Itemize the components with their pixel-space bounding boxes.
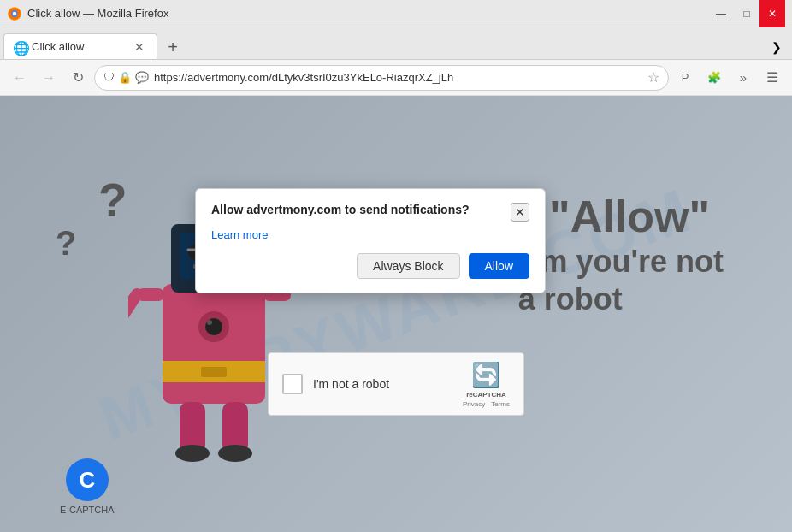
allow-button[interactable]: Allow	[469, 253, 529, 279]
tab-list-button[interactable]: ❯	[765, 35, 789, 59]
recaptcha-checkbox[interactable]	[282, 374, 303, 394]
close-button[interactable]: ✕	[759, 0, 785, 27]
url-security-icons: 🛡 🔒 💬	[103, 71, 149, 84]
svg-point-24	[218, 445, 252, 462]
svg-rect-3	[163, 284, 265, 404]
page-content: MY SPYWARE.COM ? ?	[0, 96, 792, 532]
ecaptcha-logo-icon: C	[66, 458, 109, 501]
always-block-button[interactable]: Always Block	[357, 253, 459, 279]
question-mark-1: ?	[98, 173, 127, 228]
refresh-button[interactable]: ↻	[65, 65, 91, 91]
recaptcha-logo-icon: 🔄	[471, 361, 501, 389]
firefox-logo-icon	[7, 6, 22, 21]
dialog-header: Allow advertmony.com to send notificatio…	[211, 203, 529, 222]
minimize-button[interactable]: —	[708, 0, 734, 27]
back-button[interactable]: ←	[7, 65, 33, 91]
recaptcha-logo: 🔄 reCAPTCHA Privacy - Terms	[463, 361, 510, 408]
dialog-learn-more-link[interactable]: Learn more	[211, 228, 529, 241]
active-tab[interactable]: 🌐 Click allow ✕	[3, 33, 157, 59]
extensions-button[interactable]: 🧩	[701, 65, 727, 91]
svg-line-19	[128, 294, 137, 314]
titlebar: Click allow — Mozilla Firefox — □ ✕	[0, 0, 792, 27]
svg-point-2	[13, 11, 17, 15]
dialog-close-button[interactable]: ✕	[511, 203, 529, 222]
lock-icon: 🔒	[118, 71, 132, 84]
new-tab-button[interactable]: +	[161, 35, 185, 59]
recaptcha-links: Privacy - Terms	[463, 400, 510, 408]
bookmark-star-icon[interactable]: ☆	[647, 69, 659, 86]
dialog-buttons: Always Block Allow	[211, 253, 529, 279]
svg-point-23	[175, 445, 210, 462]
more-tools-button[interactable]: »	[730, 65, 756, 91]
tab-close-button[interactable]: ✕	[131, 38, 148, 56]
pocket-button[interactable]: P	[672, 65, 698, 91]
url-text: https://advertmony.com/dLtykv3tsrI0zu3Yk…	[154, 71, 642, 84]
tab-label: Click allow	[32, 40, 126, 53]
hamburger-menu-button[interactable]: ☰	[759, 65, 785, 91]
recaptcha-widget: I'm not a robot 🔄 reCAPTCHA Privacy - Te…	[268, 352, 524, 416]
recaptcha-label: I'm not a robot	[313, 377, 452, 391]
svg-point-27	[207, 320, 212, 325]
navbar: ← → ↻ 🛡 🔒 💬 https://advertmony.com/dLtyk…	[0, 60, 792, 96]
tab-favicon-icon: 🌐	[13, 40, 27, 54]
reader-mode-icon: 💬	[135, 71, 149, 84]
window-title: Click allow — Mozilla Firefox	[27, 7, 168, 20]
nav-right-controls: P 🧩 » ☰	[672, 65, 785, 91]
titlebar-left: Click allow — Mozilla Firefox	[7, 6, 168, 21]
permission-dialog: Allow advertmony.com to send notificatio…	[195, 188, 546, 293]
forward-button[interactable]: →	[36, 65, 62, 91]
recaptcha-logo-text: reCAPTCHA	[466, 391, 506, 399]
ecaptcha-footer: C E-CAPTCHA	[60, 458, 115, 515]
tracking-protection-icon: 🛡	[103, 71, 115, 84]
ecaptcha-label: E-CAPTCHA	[60, 505, 115, 515]
maximize-button[interactable]: □	[734, 0, 759, 27]
question-mark-2: ?	[56, 224, 76, 263]
tabbar: 🌐 Click allow ✕ + ❯	[0, 27, 792, 60]
svg-rect-5	[201, 367, 227, 377]
dialog-title: Allow advertmony.com to send notificatio…	[211, 203, 511, 216]
titlebar-controls: — □ ✕	[708, 0, 785, 27]
url-bar[interactable]: 🛡 🔒 💬 https://advertmony.com/dLtykv3tsrI…	[94, 65, 669, 91]
